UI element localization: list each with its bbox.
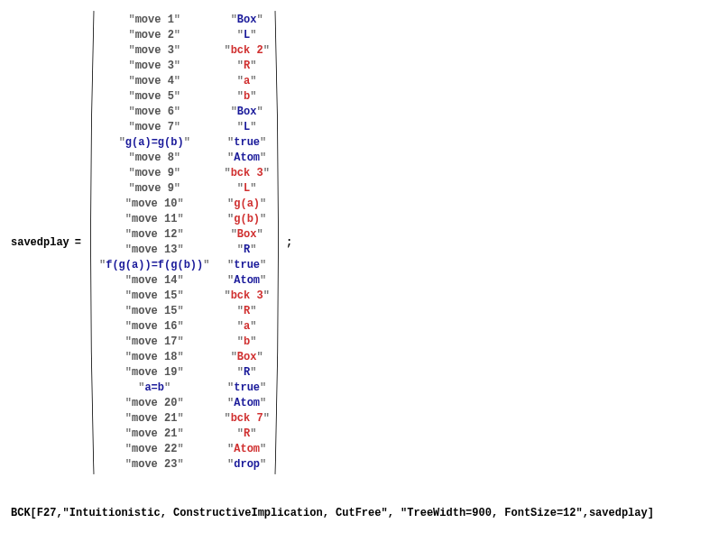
- matrix-table: "move 1""Box""move 2""L""move 3""bck 2""…: [96, 11, 273, 474]
- matrix-cell-right: "Box": [224, 227, 269, 243]
- matrix-cell-left: "move 14": [99, 273, 209, 289]
- matrix-cell-right: "Atom": [224, 273, 269, 289]
- matrix-cell-left: "move 21": [99, 427, 209, 442]
- matrix-cell-right: "R": [224, 365, 269, 381]
- matrix-cell-right: "Box": [224, 350, 269, 365]
- matrix-cell-right: "bck 3": [224, 289, 269, 304]
- matrix-cell-right: "R": [224, 304, 269, 319]
- matrix-cell-right: "bck 2": [224, 43, 269, 59]
- matrix-cell-left: "move 1": [99, 13, 209, 28]
- matrix-cell-left: "move 6": [99, 105, 209, 120]
- matrix-cell-right: "true": [224, 381, 269, 396]
- matrix-cell-left: "f(g(a))=f(g(b))": [99, 258, 209, 273]
- matrix-cell-left: "move 5": [99, 89, 209, 105]
- equals-sign: =: [75, 236, 81, 249]
- matrix-cell-right: "R": [224, 427, 269, 442]
- matrix-cell-left: "move 7": [99, 120, 209, 135]
- matrix-cell-left: "move 3": [99, 59, 209, 74]
- matrix-cell-right: "Atom": [224, 442, 269, 457]
- matrix-cell-right: "Box": [224, 13, 269, 28]
- assignment-line: savedplay = "move 1""Box""move 2""L""mov…: [11, 11, 717, 474]
- matrix-cell-left: "move 21": [99, 411, 209, 427]
- matrix-cell-left: "move 10": [99, 197, 209, 212]
- matrix-cell-left: "move 20": [99, 396, 209, 411]
- matrix-cell-right: "b": [224, 335, 269, 350]
- matrix-cell-left: "move 15": [99, 289, 209, 304]
- matrix-cell-right: "a": [224, 74, 269, 89]
- matrix-cell-right: "a": [224, 319, 269, 335]
- matrix-cell-right: "Atom": [224, 151, 269, 166]
- matrix-cell-left: "move 2": [99, 28, 209, 43]
- matrix-cell-left: "move 17": [99, 335, 209, 350]
- matrix-cell-left: "move 13": [99, 243, 209, 258]
- matrix-cell-left: "move 15": [99, 304, 209, 319]
- matrix-cell-right: "R": [224, 243, 269, 258]
- matrix-cell-left: "move 8": [99, 151, 209, 166]
- matrix-cell-right: "L": [224, 181, 269, 197]
- matrix-cell-right: "L": [224, 120, 269, 135]
- matrix-cell-left: "move 4": [99, 74, 209, 89]
- matrix-cell-right: "Box": [224, 105, 269, 120]
- matrix-cell-right: "L": [224, 28, 269, 43]
- matrix-cell-right: "g(b)": [224, 212, 269, 227]
- matrix-cell-right: "bck 7": [224, 411, 269, 427]
- matrix-cell-right: "true": [224, 135, 269, 151]
- semicolon: ;: [286, 236, 292, 249]
- right-paren-icon: [273, 11, 282, 474]
- left-paren-icon: [87, 11, 96, 474]
- matrix-cell-left: "a=b": [99, 381, 209, 396]
- matrix-cell-right: "bck 3": [224, 166, 269, 181]
- matrix-cell-left: "move 12": [99, 227, 209, 243]
- matrix-cell-left: "move 19": [99, 365, 209, 381]
- matrix-cell-right: "drop": [224, 457, 269, 473]
- matrix-container: "move 1""Box""move 2""L""move 3""bck 2""…: [87, 11, 282, 474]
- matrix-cell-left: "move 23": [99, 457, 209, 473]
- matrix-cell-left: "move 3": [99, 43, 209, 59]
- function-call-line: BCK[F27,"Intuitionistic, ConstructiveImp…: [11, 507, 717, 519]
- matrix-cell-left: "move 9": [99, 181, 209, 197]
- matrix-cell-right: "b": [224, 89, 269, 105]
- matrix-cell-right: "Atom": [224, 396, 269, 411]
- matrix-cell-right: "R": [224, 59, 269, 74]
- matrix-cell-left: "move 11": [99, 212, 209, 227]
- matrix-cell-left: "move 18": [99, 350, 209, 365]
- matrix-cell-left: "move 16": [99, 319, 209, 335]
- variable-name: savedplay: [11, 236, 69, 249]
- matrix-cell-right: "true": [224, 258, 269, 273]
- matrix-cell-right: "g(a)": [224, 197, 269, 212]
- matrix-cell-left: "g(a)=g(b)": [99, 135, 209, 151]
- matrix-cell-left: "move 9": [99, 166, 209, 181]
- matrix-cell-left: "move 22": [99, 442, 209, 457]
